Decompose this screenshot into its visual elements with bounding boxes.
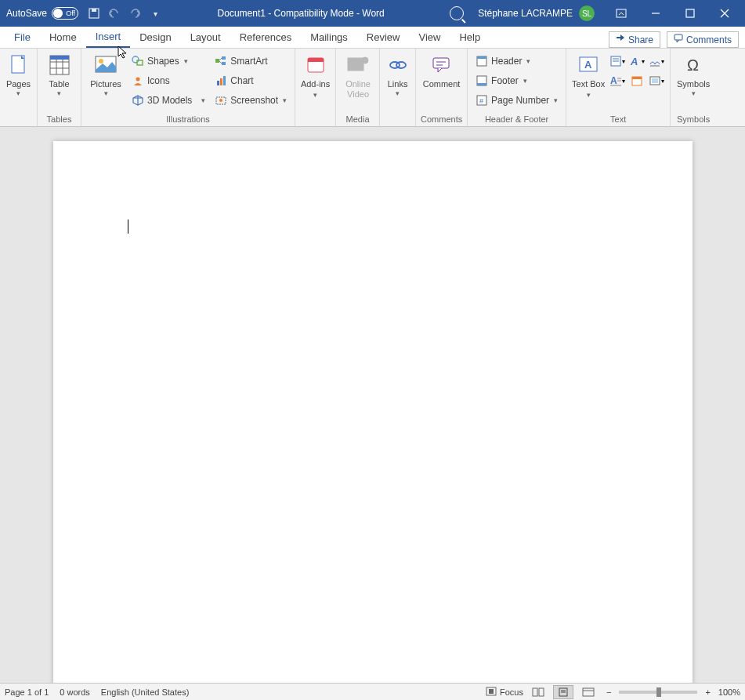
share-button[interactable]: Share (609, 31, 660, 48)
tab-file[interactable]: File (5, 26, 40, 48)
zoom-out-button[interactable]: − (603, 687, 614, 697)
picture-icon (94, 53, 118, 77)
document-area[interactable] (0, 127, 745, 683)
group-symbols: Ω Symbols ▾ Symbols (671, 49, 716, 126)
focus-mode-button[interactable]: Focus (486, 687, 523, 698)
save-icon[interactable] (88, 7, 100, 20)
group-addins: Add-ins ▾ (295, 49, 336, 126)
autosave-toggle[interactable]: Off (52, 7, 78, 20)
print-layout-button[interactable] (553, 685, 573, 699)
tab-insert[interactable]: Insert (86, 26, 131, 48)
addins-button[interactable]: Add-ins ▾ (300, 50, 331, 100)
page-number-button[interactable]: # Page Number▾ (472, 92, 561, 109)
quick-parts-button[interactable]: ▾ (609, 53, 626, 70)
chart-icon (215, 74, 227, 87)
links-button[interactable]: Links ▾ (385, 50, 410, 98)
text-cursor (128, 219, 128, 234)
signature-line-button[interactable]: ▾ (648, 53, 665, 70)
redo-icon[interactable] (128, 7, 141, 20)
chevron-down-icon: ▾ (16, 89, 20, 98)
icons-button[interactable]: Icons (128, 72, 208, 89)
comment-button[interactable]: Comment (421, 50, 462, 89)
qat-customize-icon[interactable]: ▾ (149, 7, 161, 20)
svg-point-30 (219, 99, 222, 102)
header-label: Header (491, 56, 522, 67)
page-indicator[interactable]: Page 1 of 1 (5, 687, 49, 697)
word-count[interactable]: 0 words (60, 687, 90, 697)
tab-references[interactable]: References (230, 26, 301, 48)
screenshot-button[interactable]: Screenshot▾ (212, 92, 290, 109)
chevron-down-icon: ▾ (57, 89, 61, 98)
shapes-icon (132, 55, 144, 67)
group-header-footer: Header▾ Footer▾ # Page Number▾ Header & … (468, 49, 566, 126)
svg-text:A: A (630, 56, 638, 67)
3d-models-button[interactable]: 3D Models ▾ (128, 92, 208, 109)
pictures-label: Pictures (90, 79, 121, 89)
minimize-icon[interactable] (638, 0, 673, 27)
smartart-button[interactable]: SmartArt (212, 53, 290, 70)
svg-rect-65 (539, 688, 544, 696)
tab-design[interactable]: Design (130, 26, 180, 48)
svg-rect-26 (217, 81, 219, 85)
zoom-level[interactable]: 100% (718, 687, 740, 697)
svg-rect-21 (215, 59, 219, 63)
web-layout-button[interactable] (578, 685, 599, 699)
tab-home[interactable]: Home (40, 26, 86, 48)
language-indicator[interactable]: English (United States) (101, 687, 190, 697)
svg-rect-1 (92, 9, 96, 12)
text-tools-grid: ▾ A▾ ▾ A▾ ▾ (609, 50, 665, 89)
footer-label: Footer (491, 75, 519, 86)
ribbon-tabs: File Home Insert Design Layout Reference… (0, 27, 745, 49)
svg-text:A: A (610, 75, 617, 86)
date-time-button[interactable] (628, 72, 646, 89)
search-icon[interactable] (450, 6, 464, 20)
document-page[interactable] (53, 141, 693, 683)
tab-review[interactable]: Review (357, 26, 410, 48)
zoom-in-button[interactable]: + (702, 687, 713, 697)
svg-text:A: A (584, 59, 592, 71)
close-icon[interactable] (707, 0, 742, 27)
table-label: Table (49, 79, 69, 89)
read-mode-button[interactable] (528, 685, 548, 699)
symbols-label: Symbols (677, 79, 710, 89)
page-icon (7, 53, 31, 77)
omega-icon: Ω (682, 53, 705, 77)
undo-icon[interactable] (108, 7, 121, 20)
user-account[interactable]: Stéphane LACRAMPE SL (478, 5, 595, 21)
text-box-label: Text Box ▾ (571, 79, 606, 100)
table-button[interactable]: Table ▾ (42, 50, 76, 98)
group-media: Online Video Media (336, 49, 380, 126)
group-comments: Comment Comments (416, 49, 468, 126)
comment-label: Comment (423, 79, 461, 89)
pages-button[interactable]: Pages ▾ (5, 50, 32, 98)
maximize-icon[interactable] (673, 0, 707, 27)
tab-mailings[interactable]: Mailings (301, 26, 357, 48)
chart-button[interactable]: Chart (212, 72, 290, 89)
drop-cap-button[interactable]: A▾ (609, 72, 626, 89)
svg-rect-58 (632, 77, 642, 79)
symbols-button[interactable]: Ω Symbols ▾ (675, 50, 711, 98)
comments-button[interactable]: Comments (667, 31, 739, 48)
ribbon-display-icon[interactable] (604, 0, 638, 27)
links-label: Links (388, 79, 408, 89)
text-box-icon: A (577, 53, 600, 77)
header-button[interactable]: Header▾ (472, 53, 561, 70)
text-box-button[interactable]: A Text Box ▾ (571, 50, 606, 100)
tab-layout[interactable]: Layout (181, 26, 230, 48)
footer-icon (476, 74, 488, 87)
shapes-button[interactable]: Shapes▾ (128, 53, 208, 70)
window-title: Document1 - Compatibility Mode - Word (161, 8, 440, 19)
zoom-slider[interactable] (619, 691, 697, 694)
share-label: Share (628, 34, 653, 45)
group-text: A Text Box ▾ ▾ A▾ ▾ A▾ ▾ Text (566, 49, 671, 126)
tab-view[interactable]: View (409, 26, 450, 48)
svg-rect-37 (433, 58, 449, 68)
header-icon (476, 55, 488, 67)
autosave-control[interactable]: AutoSave Off (6, 7, 78, 20)
object-button[interactable]: ▾ (648, 72, 665, 89)
footer-button[interactable]: Footer▾ (472, 72, 561, 89)
wordart-button[interactable]: A▾ (628, 53, 646, 70)
tab-help[interactable]: Help (450, 26, 490, 48)
pictures-button[interactable]: Pictures ▾ (86, 50, 125, 98)
window-controls (604, 0, 742, 27)
